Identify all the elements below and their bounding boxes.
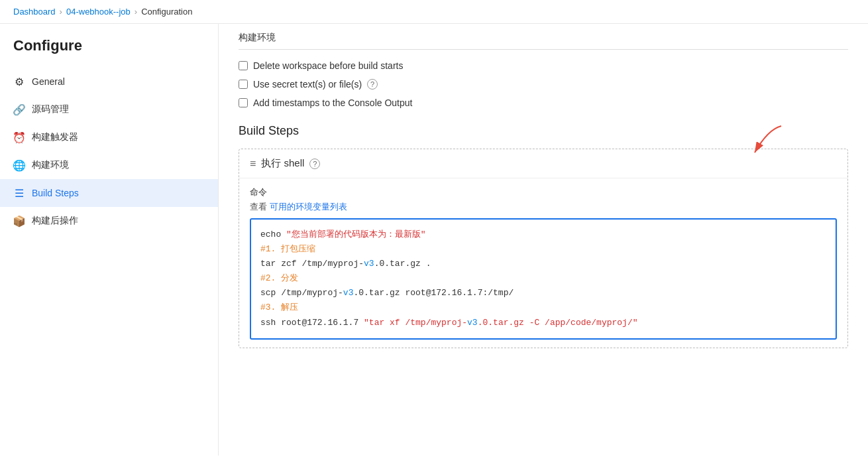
sidebar-item-general-label: General [32, 76, 65, 87]
source-icon: 🔗 [13, 103, 25, 115]
sidebar-item-trigger-label: 构建触发器 [32, 131, 78, 143]
checkbox-timestamps: Add timestamps to the Console Output [239, 98, 848, 108]
env-link[interactable]: 可用的环境变量列表 [270, 202, 347, 212]
sidebar: Configure ⚙ General 🔗 源码管理 ⏰ 构建触发器 🌐 构建环… [0, 24, 219, 456]
code-line-4: #2. 分发 [260, 271, 826, 286]
checkbox-timestamps-input[interactable] [239, 98, 248, 107]
breadcrumb-sep-1: › [60, 7, 62, 17]
checkbox-secret-text-input[interactable] [239, 80, 248, 89]
sidebar-item-general[interactable]: ⚙ General [0, 68, 218, 96]
checkbox-delete-workspace-label: Delete workspace before build starts [253, 60, 403, 71]
sidebar-title: Configure [0, 37, 218, 68]
checkbox-delete-workspace: Delete workspace before build starts [239, 60, 848, 71]
build-env-section-header: 构建环境 [239, 24, 848, 50]
env-icon: 🌐 [13, 159, 25, 171]
code-line-1: echo "您当前部署的代码版本为：最新版" [260, 228, 826, 242]
step-title: 执行 shell [261, 157, 304, 170]
code-line-3: tar zcf /tmp/myproj-v3.0.tar.gz . [260, 257, 826, 271]
checkbox-secret-text: Use secret text(s) or file(s) ? [239, 79, 848, 90]
breadcrumb-sep-2: › [135, 7, 137, 17]
step-card: ≡ 执行 shell ? 命令 查看 可用的环境变量列表 echo "您当前部署… [239, 149, 848, 348]
secret-text-help-icon[interactable]: ? [367, 79, 378, 90]
code-editor[interactable]: echo "您当前部署的代码版本为：最新版" #1. 打包压缩 tar zcf … [250, 218, 837, 340]
sidebar-item-source[interactable]: 🔗 源码管理 [0, 96, 218, 123]
command-label: 命令 [250, 186, 837, 198]
step-card-header: ≡ 执行 shell ? [239, 149, 847, 178]
step-help-icon[interactable]: ? [309, 159, 320, 169]
checkbox-delete-workspace-input[interactable] [239, 61, 248, 70]
code-line-2: #1. 打包压缩 [260, 242, 826, 257]
layout: Configure ⚙ General 🔗 源码管理 ⏰ 构建触发器 🌐 构建环… [0, 24, 868, 456]
checkbox-timestamps-label: Add timestamps to the Console Output [253, 98, 412, 108]
breadcrumb-dashboard[interactable]: Dashboard [13, 7, 56, 17]
sidebar-item-post-build[interactable]: 📦 构建后操作 [0, 207, 218, 235]
code-line-7: ssh root@172.16.1.7 "tar xf /tmp/myproj-… [260, 316, 826, 330]
build-steps-icon: ☰ [13, 187, 25, 199]
breadcrumb-current: Configuration [141, 7, 192, 17]
sidebar-item-env[interactable]: 🌐 构建环境 [0, 151, 218, 179]
gear-icon: ⚙ [13, 76, 25, 88]
post-build-icon: 📦 [13, 215, 25, 227]
breadcrumb: Dashboard › 04-webhook--job › Configurat… [0, 0, 868, 24]
env-prefix: 查看 可用的环境变量列表 [250, 201, 837, 213]
trigger-icon: ⏰ [13, 131, 25, 143]
sidebar-item-build-steps-label: Build Steps [32, 188, 79, 198]
main-content: 构建环境 Delete workspace before build start… [219, 24, 868, 456]
code-line-5: scp /tmp/myproj-v3.0.tar.gz root@172.16.… [260, 286, 826, 300]
sidebar-item-post-build-label: 构建后操作 [32, 215, 78, 227]
breadcrumb-job[interactable]: 04-webhook--job [66, 7, 131, 17]
sidebar-item-build-steps[interactable]: ☰ Build Steps [0, 179, 218, 207]
sidebar-item-source-label: 源码管理 [32, 103, 69, 115]
checkbox-secret-text-label: Use secret text(s) or file(s) [253, 79, 362, 90]
env-prefix-text: 查看 [250, 202, 267, 212]
drag-handle-icon[interactable]: ≡ [250, 158, 256, 170]
sidebar-item-env-label: 构建环境 [32, 159, 69, 171]
sidebar-item-trigger[interactable]: ⏰ 构建触发器 [0, 123, 218, 151]
code-line-6: #3. 解压 [260, 300, 826, 315]
step-card-body: 命令 查看 可用的环境变量列表 echo "您当前部署的代码版本为：最新版" #… [239, 178, 847, 348]
build-steps-section-title: Build Steps [239, 124, 848, 138]
